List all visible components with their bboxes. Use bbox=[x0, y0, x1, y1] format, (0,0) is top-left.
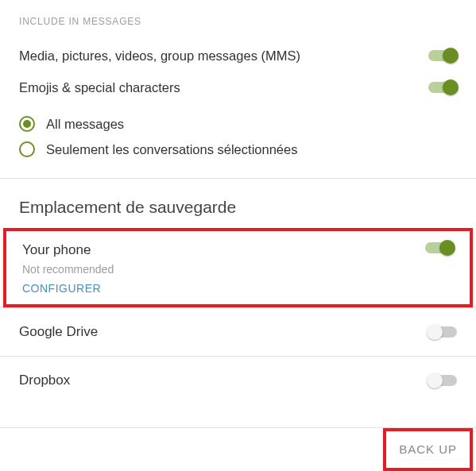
mms-toggle[interactable] bbox=[428, 50, 457, 61]
radio-icon bbox=[19, 116, 35, 132]
emoji-toggle[interactable] bbox=[428, 82, 457, 93]
message-scope-radio-group: All messages Seulement les conversations… bbox=[0, 103, 476, 178]
phone-toggle[interactable] bbox=[425, 242, 454, 253]
toggle-thumb-icon bbox=[443, 48, 459, 64]
radio-all-messages[interactable]: All messages bbox=[19, 111, 457, 137]
radio-selected-conversations[interactable]: Seulement les conversations sélectionnée… bbox=[19, 137, 457, 162]
include-section-header: INCLUDE IN MESSAGES bbox=[0, 16, 476, 40]
dropbox-label: Dropbox bbox=[19, 373, 70, 388]
toggle-thumb-icon bbox=[443, 79, 459, 95]
backup-location-header: Emplacement de sauvegarde bbox=[0, 179, 476, 228]
dropbox-toggle[interactable] bbox=[428, 375, 457, 386]
row-emoji: Emojis & special characters bbox=[0, 71, 476, 103]
radio-icon bbox=[19, 141, 35, 157]
gdrive-label: Google Drive bbox=[19, 324, 98, 340]
radio-all-label: All messages bbox=[46, 117, 124, 132]
footer-bar: BACK UP bbox=[0, 427, 476, 471]
radio-selected-label: Seulement les conversations sélectionnée… bbox=[46, 142, 297, 157]
backup-button[interactable]: BACK UP bbox=[399, 442, 457, 456]
highlight-backup: BACK UP bbox=[383, 428, 473, 471]
toggle-thumb-icon bbox=[439, 240, 455, 256]
gdrive-toggle[interactable] bbox=[428, 326, 457, 338]
toggle-thumb-icon bbox=[427, 373, 443, 388]
row-mms: Media, pictures, videos, group messages … bbox=[0, 40, 476, 71]
mms-label: Media, pictures, videos, group messages … bbox=[19, 48, 300, 64]
toggle-thumb-icon bbox=[427, 324, 443, 340]
phone-subtitle: Not recommended bbox=[22, 263, 114, 276]
emoji-label: Emojis & special characters bbox=[19, 80, 180, 95]
phone-title: Your phone bbox=[22, 242, 114, 258]
location-your-phone[interactable]: Your phone Not recommended CONFIGURER bbox=[6, 231, 470, 304]
highlight-your-phone: Your phone Not recommended CONFIGURER bbox=[3, 228, 473, 307]
phone-configure-link[interactable]: CONFIGURER bbox=[22, 282, 114, 295]
location-google-drive[interactable]: Google Drive bbox=[0, 308, 476, 356]
location-dropbox[interactable]: Dropbox bbox=[0, 357, 476, 404]
